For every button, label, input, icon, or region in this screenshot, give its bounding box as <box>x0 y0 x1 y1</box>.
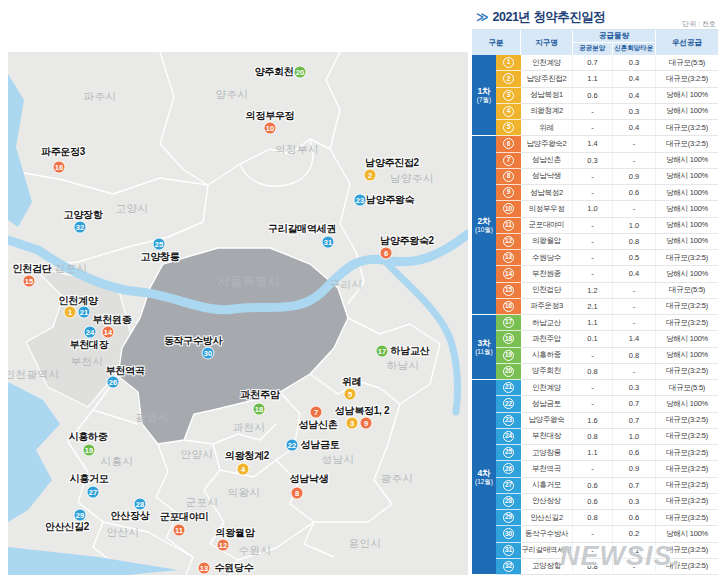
public-sale-value: - <box>573 396 613 412</box>
row-number-badge: 24 <box>503 431 514 442</box>
map-marker-14: 14 <box>102 326 115 339</box>
marker-label: 하남교산 <box>391 344 430 358</box>
map-marker-29: 29 <box>74 509 87 522</box>
newlywed-value: 0.4 <box>613 266 656 282</box>
map-marker-12: 12 <box>217 539 230 552</box>
row-number-badge: 8 <box>503 171 514 182</box>
newlywed-value: 0.3 <box>613 55 656 71</box>
page: { "header": {"chevron": "≫", "title": "2… <box>0 0 720 588</box>
col-header-public-sale: 공공분양 <box>573 43 613 55</box>
newlywed-value: - <box>613 153 656 169</box>
map-marker-6: 6 <box>380 247 393 260</box>
priority-value: 대규모(3:2:5) <box>656 315 718 331</box>
marker-label: 남양주진접2 <box>365 156 419 170</box>
public-sale-value: 1.4 <box>573 136 613 152</box>
region-label: 남양주시 <box>390 172 434 186</box>
marker-label: 부천대장 <box>70 338 109 352</box>
group-label-cell: 1차(7월) <box>472 55 496 136</box>
row-number-cell: 15 <box>496 283 521 299</box>
district-name: 고양창릉 <box>521 445 573 461</box>
region-label: 안양시 <box>181 448 214 462</box>
district-name: 남양주왕숙 <box>521 413 573 429</box>
district-name: 시흥하중 <box>521 348 573 364</box>
region-label: 양주시 <box>216 88 249 102</box>
group-rows: 1인천계양0.70.3대규모(5:5)2남양주진접21.10.4대규모(3:2:… <box>496 55 718 136</box>
col-header-newlywed: 신혼희망타운 <box>613 43 655 55</box>
public-sale-value: - <box>573 380 613 396</box>
public-sale-value: 0.6 <box>573 494 613 510</box>
marker-label: 시흥거모 <box>70 472 109 486</box>
row-number-cell: 9 <box>496 185 521 201</box>
public-sale-value: - <box>573 104 613 120</box>
newlywed-value: - <box>613 364 656 380</box>
row-number-cell: 17 <box>496 315 521 331</box>
row-number-cell: 19 <box>496 348 521 364</box>
table-row: 4의왕청계2-0.3당해시 100% <box>496 104 718 120</box>
row-number-badge: 23 <box>503 415 514 426</box>
map-marker-32: 32 <box>74 221 87 234</box>
public-sale-value: - <box>573 218 613 234</box>
district-name: 하남교산 <box>521 315 573 331</box>
row-number-cell: 14 <box>496 266 521 282</box>
map-marker-10: 10 <box>264 122 277 135</box>
public-sale-value: 1.6 <box>573 413 613 429</box>
row-number-cell: 3 <box>496 88 521 104</box>
marker-label: 고양장항 <box>64 208 103 222</box>
newlywed-value: - <box>613 299 656 315</box>
priority-value: 당해시 100% <box>656 331 718 347</box>
newlywed-value: 0.3 <box>613 380 656 396</box>
marker-label: 고양창릉 <box>141 250 180 264</box>
priority-value: 대규모(3:2:5) <box>656 136 718 152</box>
newlywed-value: 0.6 <box>613 510 656 526</box>
marker-label: 구리갈매역세권 <box>268 222 336 236</box>
public-sale-value: - <box>573 185 613 201</box>
group-rows: 6남양주왕숙21.4-대규모(3:2:5)7성남신촌0.3-당해시 100%8성… <box>496 136 718 315</box>
row-number-cell: 29 <box>496 510 521 526</box>
map-marker-2: 2 <box>364 169 377 182</box>
table-row: 14부천원종-0.4당해시 100% <box>496 266 718 282</box>
row-number-cell: 13 <box>496 250 521 266</box>
table-header: 구분 지구명 공급물량 공공분양 신혼희망타운 우선공급 <box>472 29 718 55</box>
table-row: 12의왕월암-0.8당해시 100% <box>496 234 718 250</box>
priority-value: 대규모(3:2:5) <box>656 510 718 526</box>
district-name: 부천역곡 <box>521 461 573 477</box>
priority-value: 당해시 100% <box>656 348 718 364</box>
public-sale-value: 0.3 <box>573 153 613 169</box>
row-number-cell: 11 <box>496 218 521 234</box>
map-marker-21: 21 <box>78 306 91 319</box>
region-label: 서울특별시 <box>218 273 281 290</box>
group-label: 4차 <box>477 468 490 478</box>
table-row: 10의정부우정1.0-당해시 100% <box>496 201 718 217</box>
marker-label: 남양주왕숙 <box>366 193 415 207</box>
marker-label: 인천검단 <box>13 262 52 276</box>
row-number-badge: 16 <box>503 301 514 312</box>
priority-value: 당해시 100% <box>656 266 718 282</box>
newlywed-value: - <box>613 283 656 299</box>
district-name: 인천계양 <box>521 55 573 71</box>
newlywed-value: 0.3 <box>613 494 656 510</box>
region-label: 구리시 <box>330 278 363 292</box>
public-sale-value: - <box>573 348 613 364</box>
priority-value: 당해시 100% <box>656 185 718 201</box>
region-label: 광주시 <box>381 472 414 486</box>
metro-map: 파주시양주시의정부시남양주시고양시김포시서울특별시구리시하남시부천시인천광역시광… <box>8 52 468 575</box>
row-number-cell: 16 <box>496 299 521 315</box>
group-month: (7월) <box>477 96 491 104</box>
map-overlay: 파주시양주시의정부시남양주시고양시김포시서울특별시구리시하남시부천시인천광역시광… <box>8 52 468 575</box>
public-sale-value: 1.0 <box>573 201 613 217</box>
group-month: (11월) <box>475 348 493 356</box>
public-sale-value: 0.6 <box>573 88 613 104</box>
row-number-badge: 29 <box>503 512 514 523</box>
row-number-badge: 21 <box>503 382 514 393</box>
newlywed-value: 0.4 <box>613 88 656 104</box>
chevron-icon: ≫ <box>476 10 489 24</box>
priority-value: 대규모(3:2:5) <box>656 494 718 510</box>
map-marker-18: 18 <box>253 403 266 416</box>
map-marker-23: 23 <box>354 194 367 207</box>
row-number-cell: 28 <box>496 494 521 510</box>
row-number-badge: 13 <box>503 252 514 263</box>
table-row: 16파주운정32.1-대규모(3:2:5) <box>496 299 718 315</box>
table-row: 3성남복정10.60.4당해시 100% <box>496 88 718 104</box>
priority-value: 대규모(3:2:5) <box>656 120 718 136</box>
row-number-cell: 12 <box>496 234 521 250</box>
